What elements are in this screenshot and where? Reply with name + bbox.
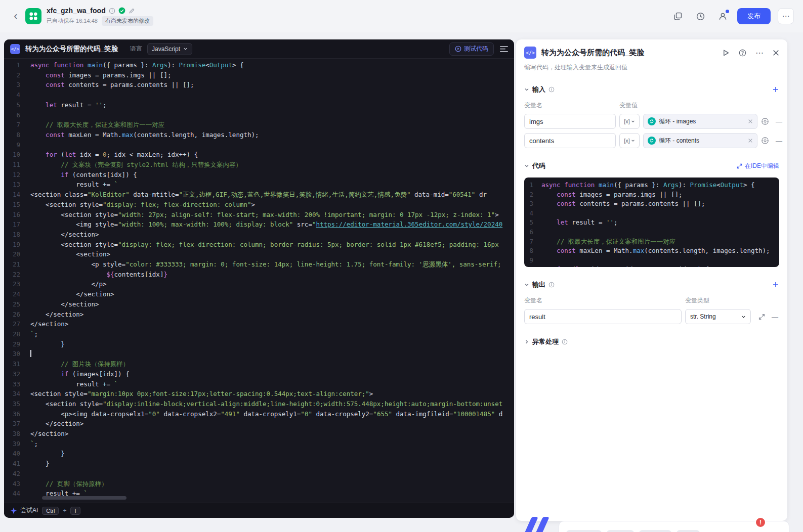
code-line: 39`; <box>4 439 514 449</box>
edit-icon[interactable] <box>129 8 135 14</box>
clear-reference-icon[interactable] <box>748 119 753 124</box>
code-line: 17 <img style="width: 100%; max-width: 1… <box>4 219 514 230</box>
code-node-icon: </> <box>10 44 20 54</box>
node-config-panel: </> 转为为公众号所需的代码_笑脸 ⋯ 编写代码，处理输入变量来生成返回值 输… <box>516 39 787 521</box>
chevron-down-icon <box>741 315 746 319</box>
chevron-down-icon <box>524 282 529 287</box>
settings-icon[interactable] <box>761 137 769 145</box>
code-line: 15 <section style="display: flex; flex-d… <box>4 200 514 210</box>
chevron-down-icon <box>631 119 635 123</box>
code-line: 37 </section> <box>4 419 514 429</box>
shortcut-key-ctrl: Ctrl <box>42 507 59 515</box>
try-ai-button[interactable]: 尝试AI <box>10 506 38 515</box>
code-line: 12 if (contents[idx]) { <box>4 170 514 180</box>
info-icon <box>562 339 568 345</box>
chevron-down-icon <box>524 163 529 168</box>
notification-dot <box>726 10 729 13</box>
input-name-field[interactable] <box>524 114 616 129</box>
code-line: 41 } <box>4 459 514 469</box>
code-line: 6 <box>524 228 779 237</box>
panel-more-icon[interactable]: ⋯ <box>755 48 764 58</box>
type-label: [x] <box>624 118 630 124</box>
output-name-field[interactable] <box>524 309 682 324</box>
app-logo-icon <box>29 12 38 21</box>
history-icon[interactable] <box>693 9 708 24</box>
code-line: 1async function main({ params }: Args): … <box>4 60 514 70</box>
language-select[interactable]: JavaScript <box>147 43 192 55</box>
panel-header: </> 转为为公众号所需的代码_笑脸 ⋯ <box>524 47 779 59</box>
code-line: 35 <section style="display:inline-block;… <box>4 399 514 409</box>
error-badge: ! <box>755 517 766 528</box>
remove-row-button[interactable]: — <box>772 313 778 321</box>
col-variable-value: 变量值 <box>619 101 638 110</box>
close-icon[interactable] <box>773 50 779 56</box>
info-icon[interactable] <box>109 8 115 14</box>
settings-icon[interactable] <box>761 117 769 125</box>
code-editor-area[interactable]: 1async function main({ params }: Args): … <box>4 59 514 503</box>
publish-button[interactable]: 发布 <box>737 8 771 24</box>
back-button[interactable]: ‹ <box>9 10 22 23</box>
code-line: 16 <section style="width: 27px; align-se… <box>4 210 514 220</box>
editor-title: 转为为公众号所需的代码_笑脸 <box>25 45 118 54</box>
code-line: 21 <p style="color: #333333; margin: 0; … <box>4 259 514 270</box>
editor-header: </> 转为为公众号所需的代码_笑脸 语言 JavaScript 测试代码 <box>4 39 514 59</box>
code-line: 22 ${contents[idx]} <box>4 270 514 280</box>
exception-section-header[interactable]: 异常处理 <box>524 337 779 346</box>
more-button[interactable]: ⋯ <box>778 8 794 24</box>
code-line: 7 // 取最大长度，保证文案和图片一一对应 <box>524 237 779 247</box>
run-node-icon[interactable] <box>722 49 730 57</box>
add-input-button[interactable] <box>772 86 779 93</box>
code-section-header[interactable]: 代码 在IDE中编辑 <box>524 161 779 170</box>
type-label: [x] <box>624 138 630 144</box>
loop-icon <box>648 117 656 125</box>
add-output-button[interactable] <box>772 281 779 288</box>
outline-menu-icon[interactable] <box>500 46 508 53</box>
app-logo <box>25 8 41 24</box>
collaborators-icon[interactable] <box>715 9 730 24</box>
input-name-field[interactable] <box>524 133 616 148</box>
ai-spark-icon <box>10 507 17 514</box>
shortcut-plus: + <box>63 507 66 514</box>
input-value-reference[interactable]: 循环 - contents <box>643 133 757 148</box>
duplicate-icon[interactable] <box>670 9 686 24</box>
reference-label: 循环 - images <box>659 117 745 126</box>
code-line: 8 const maxLen = Math.max(contents.lengt… <box>4 130 514 140</box>
code-line: 30 <box>4 349 514 359</box>
code-preview[interactable]: 1async function main({ params }: Args): … <box>524 178 779 267</box>
text-cursor <box>30 350 31 357</box>
code-line: 20 <section> <box>4 249 514 259</box>
code-line: 27</section> <box>4 319 514 329</box>
horizontal-scrollbar[interactable] <box>42 496 126 500</box>
output-type-label: str. String <box>690 313 716 320</box>
code-line: 4 <box>4 90 514 100</box>
input-type-select[interactable]: [x] <box>619 133 640 148</box>
autosave-status: 已自动保存 16:14:48 <box>47 17 98 25</box>
shortcut-key-i: I <box>70 507 80 515</box>
expand-output-icon[interactable] <box>758 314 765 320</box>
code-line: 2 const images = params.imgs || []; <box>4 70 514 80</box>
try-ai-label: 尝试AI <box>20 506 38 515</box>
input-type-select[interactable]: [x] <box>619 114 640 129</box>
help-icon[interactable] <box>739 49 746 57</box>
output-section-header[interactable]: 输出 <box>524 280 779 289</box>
input-section-header[interactable]: 输入 <box>524 85 779 94</box>
code-line: 14<section class="KolEditor" data-mtitle… <box>4 190 514 200</box>
code-line: 10 for (let idx = 0; idx < maxLen; idx++… <box>524 265 779 267</box>
code-line: 6 <box>4 110 514 120</box>
info-icon <box>548 86 555 93</box>
clear-reference-icon[interactable] <box>748 138 753 143</box>
loop-icon <box>648 137 656 145</box>
play-circle-icon <box>455 46 461 52</box>
panel-subtitle: 编写代码，处理输入变量来生成返回值 <box>524 63 779 72</box>
title-block: xfc_gzh_wa_food 已自动保存 16:14:48 有尚未发布的修改 <box>47 7 153 26</box>
exception-section-title: 异常处理 <box>532 337 559 346</box>
input-value-reference[interactable]: 循环 - images <box>643 114 757 129</box>
edit-in-ide-button[interactable]: 在IDE中编辑 <box>737 162 779 170</box>
output-type-select[interactable]: str. String <box>685 309 751 324</box>
remove-row-button[interactable]: — <box>776 137 782 145</box>
edit-in-ide-label: 在IDE中编辑 <box>745 162 779 170</box>
code-line: 5 let result = ''; <box>4 100 514 110</box>
remove-row-button[interactable]: — <box>776 118 782 125</box>
test-code-button[interactable]: 测试代码 <box>449 42 494 56</box>
code-line: 34<section style="margin:10px 0px;font-s… <box>4 389 514 399</box>
